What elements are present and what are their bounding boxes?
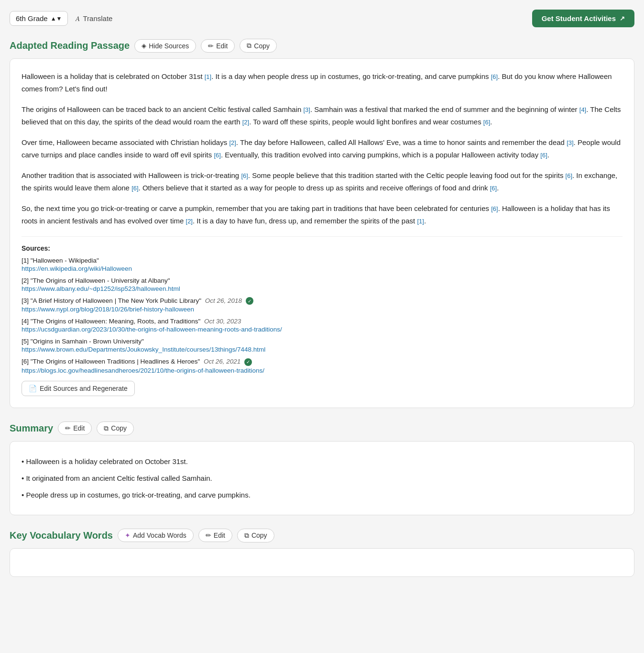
cite-6b[interactable]: [6] bbox=[483, 119, 490, 126]
verified-badge-3: ✓ bbox=[246, 297, 253, 305]
summary-bullet-1: • Halloween is a holiday celebrated on O… bbox=[22, 453, 622, 470]
copy-vocab-button[interactable]: ⧉ Copy bbox=[237, 529, 274, 542]
grade-label: 6th Grade bbox=[16, 14, 48, 22]
add-vocab-button[interactable]: ✦ Add Vocab Words bbox=[118, 529, 194, 542]
cite-4a[interactable]: [4] bbox=[579, 106, 586, 113]
hide-sources-label: Hide Sources bbox=[149, 42, 189, 50]
adapted-reading-section: Adapted Reading Passage ◈ Hide Sources ✏… bbox=[10, 39, 634, 408]
cite-6c[interactable]: [6] bbox=[214, 152, 220, 159]
cite-6a[interactable]: [6] bbox=[491, 73, 498, 80]
source-1-num: [1] bbox=[22, 257, 31, 264]
passage-paragraph-2: The origins of Halloween can be traced b… bbox=[22, 103, 622, 128]
cite-6f[interactable]: [6] bbox=[566, 172, 572, 179]
source-4-title: "The Origins of Halloween: Meaning, Root… bbox=[31, 318, 201, 325]
summary-list: • Halloween is a holiday celebrated on O… bbox=[22, 453, 622, 503]
vocab-section: Key Vocabulary Words ✦ Add Vocab Words ✏… bbox=[10, 529, 634, 577]
source-1-title: "Halloween - Wikipedia" bbox=[31, 257, 99, 264]
cite-1b[interactable]: [1] bbox=[417, 218, 424, 225]
source-5-title: "Origins in Samhain - Brown University" bbox=[31, 338, 144, 345]
source-5: [5] "Origins in Samhain - Brown Universi… bbox=[22, 338, 622, 353]
cite-6d[interactable]: [6] bbox=[540, 152, 547, 159]
copy-passage-button[interactable]: ⧉ Copy bbox=[240, 39, 277, 53]
source-4-num: [4] bbox=[22, 318, 31, 325]
external-link-icon: ↗ bbox=[620, 15, 625, 22]
passage-text: Halloween is a holiday that is celebrate… bbox=[22, 70, 622, 227]
source-6-num: [6] bbox=[22, 358, 31, 365]
passage-paragraph-3: Over time, Halloween became associated w… bbox=[22, 136, 622, 161]
source-2: [2] "The Origins of Halloween - Universi… bbox=[22, 277, 622, 292]
cite-2c[interactable]: [2] bbox=[186, 218, 193, 225]
summary-header: Summary ✏ Edit ⧉ Copy bbox=[10, 421, 634, 435]
top-bar-left: 6th Grade ▲▼ 𝐴 Translate bbox=[10, 11, 112, 26]
adapted-reading-header: Adapted Reading Passage ◈ Hide Sources ✏… bbox=[10, 39, 634, 53]
sources-label: Sources: bbox=[22, 244, 622, 252]
cite-1[interactable]: [1] bbox=[205, 73, 211, 80]
vocab-title: Key Vocabulary Words bbox=[10, 530, 113, 541]
edit-passage-button[interactable]: ✏ Edit bbox=[201, 39, 235, 53]
copy-summary-button[interactable]: ⧉ Copy bbox=[97, 421, 134, 435]
sparkle-icon: ✦ bbox=[125, 531, 131, 539]
source-3-link[interactable]: https://www.nypl.org/blog/2018/10/26/bri… bbox=[22, 306, 622, 313]
grade-selector[interactable]: 6th Grade ▲▼ bbox=[10, 11, 68, 26]
passage-paragraph-1: Halloween is a holiday that is celebrate… bbox=[22, 70, 622, 95]
source-2-title: "The Origins of Halloween - University a… bbox=[31, 277, 170, 284]
edit-summary-label: Edit bbox=[73, 424, 85, 432]
edit-vocab-label: Edit bbox=[214, 531, 225, 539]
verified-badge-6: ✓ bbox=[244, 358, 252, 366]
get-student-activities-button[interactable]: Get Student Activities ↗ bbox=[532, 10, 634, 27]
cite-2a[interactable]: [2] bbox=[242, 119, 249, 126]
copy-vocab-label: Copy bbox=[251, 531, 267, 539]
cite-3a[interactable]: [3] bbox=[304, 106, 310, 113]
translate-icon: 𝐴 bbox=[76, 14, 80, 23]
source-5-link[interactable]: https://www.brown.edu/Departments/Joukow… bbox=[22, 346, 622, 353]
summary-content: • Halloween is a holiday celebrated on O… bbox=[10, 441, 634, 515]
vocab-content bbox=[10, 548, 634, 577]
cite-2b[interactable]: [2] bbox=[229, 139, 236, 146]
summary-section: Summary ✏ Edit ⧉ Copy • Halloween is a h… bbox=[10, 421, 634, 515]
translate-label: Translate bbox=[83, 14, 112, 22]
source-1: [1] "Halloween - Wikipedia" https://en.w… bbox=[22, 257, 622, 272]
edit-sources-label: Edit Sources and Regenerate bbox=[40, 385, 128, 392]
adapted-reading-title: Adapted Reading Passage bbox=[10, 40, 130, 51]
adapted-reading-content: Halloween is a holiday that is celebrate… bbox=[10, 58, 634, 408]
translate-button[interactable]: 𝐴 Translate bbox=[76, 14, 112, 23]
summary-title: Summary bbox=[10, 423, 53, 434]
source-2-num: [2] bbox=[22, 277, 31, 284]
cite-6e[interactable]: [6] bbox=[241, 172, 248, 179]
pencil-icon-vocab: ✏ bbox=[206, 531, 211, 539]
source-4-link[interactable]: https://ucsdguardian.org/2023/10/30/the-… bbox=[22, 326, 622, 333]
cite-6g[interactable]: [6] bbox=[131, 185, 138, 192]
summary-bullet-3: • People dress up in costumes, go trick-… bbox=[22, 487, 622, 503]
edit-sources-button[interactable]: 📄 Edit Sources and Regenerate bbox=[22, 381, 135, 396]
edit-vocab-button[interactable]: ✏ Edit bbox=[198, 529, 232, 542]
source-6-date: Oct 26, 2021 bbox=[204, 358, 240, 365]
source-3: [3] "A Brief History of Halloween | The … bbox=[22, 297, 622, 313]
cite-6i[interactable]: [6] bbox=[491, 205, 498, 212]
top-bar: 6th Grade ▲▼ 𝐴 Translate Get Student Act… bbox=[10, 10, 634, 27]
source-6-title: "The Origins of Halloween Traditions | H… bbox=[31, 358, 200, 365]
source-6: [6] "The Origins of Halloween Traditions… bbox=[22, 358, 622, 374]
hide-sources-button[interactable]: ◈ Hide Sources bbox=[134, 39, 196, 53]
source-3-date: Oct 26, 2018 bbox=[205, 297, 242, 304]
get-activities-label: Get Student Activities bbox=[542, 14, 616, 22]
doc-icon: 📄 bbox=[29, 385, 37, 392]
copy-icon: ⧉ bbox=[247, 42, 251, 50]
pencil-icon-summary: ✏ bbox=[65, 424, 71, 432]
source-1-link[interactable]: https://en.wikipedia.org/wiki/Halloween bbox=[22, 265, 622, 272]
source-2-link[interactable]: https://www.albany.edu/~dp1252/isp523/ha… bbox=[22, 285, 622, 292]
edit-label: Edit bbox=[216, 42, 228, 50]
copy-icon-summary: ⧉ bbox=[104, 424, 109, 432]
passage-paragraph-5: So, the next time you go trick-or-treati… bbox=[22, 202, 622, 227]
summary-bullet-2: • It originated from an ancient Celtic f… bbox=[22, 470, 622, 487]
cite-3b[interactable]: [3] bbox=[567, 139, 573, 146]
source-3-title: "A Brief History of Halloween | The New … bbox=[31, 297, 201, 304]
edit-summary-button[interactable]: ✏ Edit bbox=[58, 421, 92, 435]
add-vocab-label: Add Vocab Words bbox=[133, 531, 186, 539]
copy-summary-label: Copy bbox=[111, 424, 127, 432]
source-6-link[interactable]: https://blogs.loc.gov/headlinesandheroes… bbox=[22, 367, 622, 374]
cite-6h[interactable]: [6] bbox=[490, 185, 497, 192]
chevron-down-icon: ▲▼ bbox=[51, 15, 62, 22]
pencil-icon: ✏ bbox=[208, 42, 214, 50]
source-5-num: [5] bbox=[22, 338, 31, 345]
copy-label: Copy bbox=[254, 42, 270, 50]
